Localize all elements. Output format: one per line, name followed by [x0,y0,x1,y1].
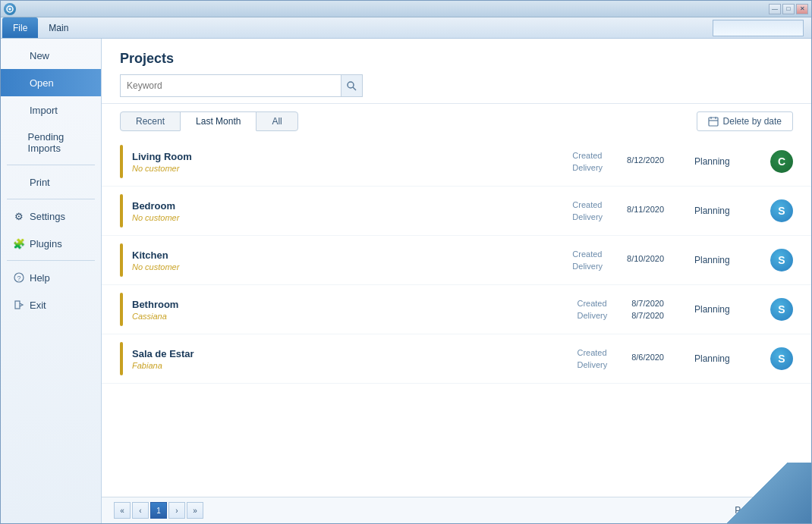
sidebar-item-open[interactable]: Open [1,69,101,96]
menu-search-input[interactable] [713,20,804,36]
project-name: Bedroom [132,200,572,212]
sidebar-item-print[interactable]: Print [1,168,101,196]
page-info: Page of 1 [735,503,799,518]
sidebar-item-import[interactable]: Import [1,96,101,124]
project-list: Living Room No customer Created Delivery… [102,131,811,497]
sidebar-item-help[interactable]: ? Help [1,264,101,291]
project-avatar: S [770,249,793,271]
sidebar-item-exit[interactable]: Exit [1,291,101,318]
delivery-date: 8/7/2020 [631,311,664,320]
created-date: 8/7/2020 [631,299,664,308]
project-status: Planning [694,304,770,315]
project-dates: Created Delivery 8/7/2020 8/7/2020 [577,299,664,320]
sidebar-label-help: Help [30,272,50,284]
main-layout: New Open Import Pending Imports Print ⚙ [1,39,811,523]
tab-last-month[interactable]: Last Month [180,111,257,131]
pagination-bar: « ‹ 1 › » Page of 1 [102,497,811,523]
svg-rect-7 [709,118,718,126]
project-indicator [120,145,123,178]
page-number-input[interactable] [759,503,780,518]
sidebar-label-plugins: Plugins [30,238,62,249]
project-name: Kitchen [132,249,572,261]
pending-icon [13,136,24,149]
project-avatar: S [770,199,793,222]
help-icon: ? [13,271,25,284]
sidebar-divider-2 [7,199,95,199]
project-name: Living Room [132,151,572,162]
dates-labels: Created Delivery [572,151,603,172]
project-row[interactable]: Bedroom No customer Created Delivery 8/1… [102,187,811,236]
project-indicator [120,243,123,277]
project-status: Planning [694,206,770,216]
search-button[interactable] [341,75,362,96]
sidebar-label-pending: Pending Imports [28,131,89,154]
tab-recent[interactable]: Recent [120,111,181,131]
project-info: Sala de Estar Fabiana [132,348,577,370]
dates-labels: Created Delivery [577,348,607,369]
open-icon [13,77,25,89]
last-page-button[interactable]: » [187,502,203,519]
project-row[interactable]: Kitchen No customer Created Delivery 8/1… [102,236,811,285]
maximize-button[interactable]: □ [782,4,795,14]
close-button[interactable]: ✕ [796,4,808,14]
page-title: Projects [120,51,793,67]
prev-page-button[interactable]: ‹ [132,502,149,519]
created-date: 8/6/2020 [631,353,664,362]
dates-values: 8/11/2020 [627,205,664,217]
dates-values: 8/7/2020 8/7/2020 [631,299,664,320]
delivery-label: Delivery [577,311,607,320]
created-label: Created [572,200,603,209]
sidebar-item-settings[interactable]: ⚙ Settings [1,202,101,230]
total-pages: 1 [794,505,799,516]
import-icon [13,104,25,116]
dates-labels: Created Delivery [572,249,603,271]
project-dates: Created Delivery 8/12/2020 [572,151,664,172]
sidebar-label-settings: Settings [30,211,65,222]
project-row[interactable]: Bethroom Cassiana Created Delivery 8/7/2… [102,285,811,334]
of-label: of [783,505,791,516]
project-info: Bethroom Cassiana [132,299,577,321]
title-bar: — □ ✕ [1,1,811,17]
project-indicator [120,342,123,375]
sidebar-divider-3 [7,260,95,261]
project-status: Planning [694,156,770,167]
project-customer: No customer [132,164,572,173]
sidebar-item-pending-imports[interactable]: Pending Imports [1,124,101,162]
minimize-button[interactable]: — [769,4,781,14]
svg-rect-4 [15,301,20,309]
page-label: Page [735,505,756,516]
project-customer: No customer [132,213,572,222]
next-page-button[interactable]: › [168,502,185,519]
content-area: Projects Recent Last Month All [102,39,811,523]
sidebar-item-new[interactable]: New [1,42,101,69]
delivery-label: Delivery [572,163,603,172]
dates-values: 8/12/2020 [627,155,664,168]
svg-text:?: ? [17,275,20,282]
delete-by-date-button[interactable]: Delete by date [697,111,793,131]
dates-labels: Created Delivery [572,200,603,221]
menu-file[interactable]: File [2,17,38,38]
search-input[interactable] [121,77,341,95]
sidebar-label-new: New [30,50,49,61]
first-page-button[interactable]: « [114,502,131,519]
print-icon [13,176,25,188]
created-date: 8/12/2020 [627,155,664,165]
created-date: 8/11/2020 [627,205,664,214]
sidebar-label-import: Import [30,105,58,116]
project-indicator [120,293,123,326]
calendar-icon [708,116,719,127]
current-page-button[interactable]: 1 [150,502,167,519]
project-row[interactable]: Living Room No customer Created Delivery… [102,137,811,187]
exit-icon [13,299,25,311]
tab-all[interactable]: All [256,111,297,131]
project-indicator [120,194,123,227]
sidebar-label-print: Print [30,177,50,188]
main-window: — □ ✕ File Main New Open Import [0,0,812,524]
project-customer: Fabiana [132,361,577,370]
sidebar-item-plugins[interactable]: 🧩 Plugins [1,230,101,257]
created-date: 8/10/2020 [627,254,664,263]
project-row[interactable]: Sala de Estar Fabiana Created Delivery 8… [102,334,811,384]
menu-main[interactable]: Main [38,17,79,38]
menu-search-container [710,20,807,36]
project-dates: Created Delivery 8/6/2020 [577,348,664,369]
